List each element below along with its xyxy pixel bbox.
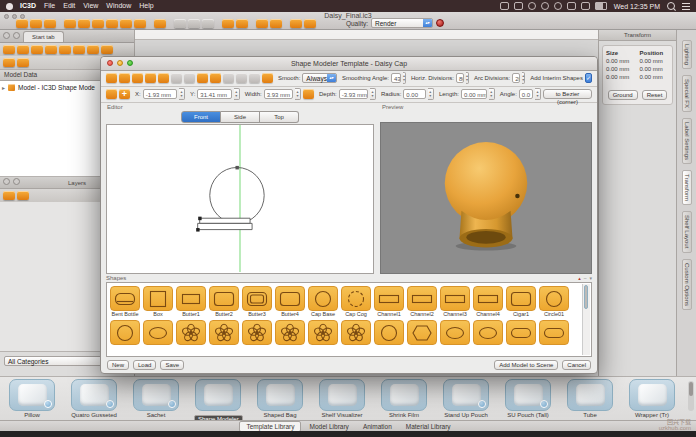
template-thumbnail[interactable]	[319, 379, 365, 411]
disclosure-triangle-icon[interactable]: ▸	[2, 84, 5, 91]
shape-tile-channel4[interactable]	[473, 286, 503, 311]
menu-file[interactable]: File	[44, 0, 55, 12]
tab-template-library[interactable]: Template Library	[239, 421, 301, 432]
angle-field-stepper[interactable]: ▴▾	[535, 88, 541, 100]
horiz-divisions-field[interactable]: 80	[456, 73, 464, 83]
width-field[interactable]: 3.93 mm	[264, 89, 293, 99]
quality-select[interactable]: Render▴▾	[371, 18, 433, 28]
info-badge-icon[interactable]	[106, 400, 114, 408]
info-badge-icon[interactable]	[44, 400, 52, 408]
tab-material-library[interactable]: Material Library	[400, 422, 457, 431]
side-tab-special-fx[interactable]: Special FX	[682, 75, 692, 112]
menu-ic3d[interactable]: IC3D	[20, 0, 36, 12]
add-model-to-scene-button[interactable]: Add Model to Scene	[494, 360, 558, 370]
favorite-icon[interactable]	[202, 19, 214, 28]
camera-icon[interactable]	[31, 45, 43, 54]
package-icon[interactable]	[528, 2, 536, 10]
render-icon[interactable]	[59, 45, 71, 54]
shape-tile[interactable]	[176, 320, 206, 345]
notification-center-icon[interactable]	[682, 3, 690, 10]
add-model-icon[interactable]	[3, 58, 15, 67]
material-icon[interactable]	[270, 19, 282, 28]
remove-layer-icon[interactable]	[17, 191, 29, 200]
start-tab[interactable]: Start tab	[23, 31, 64, 42]
keystroke-icon[interactable]	[500, 2, 509, 10]
tab-animation[interactable]: Animation	[357, 422, 398, 431]
interim-shapes-checkbox[interactable]: ✓	[585, 73, 592, 83]
side-tab-transform[interactable]: Transform	[682, 170, 692, 205]
dialog-close-icon[interactable]	[107, 60, 113, 66]
smoothing-angle-field[interactable]: 43.3	[391, 73, 401, 83]
shape-tile[interactable]	[143, 320, 173, 345]
apple-menu-icon[interactable]	[6, 3, 13, 10]
template-thumbnail[interactable]	[567, 379, 613, 411]
shelf-scrollbar[interactable]	[688, 381, 694, 411]
to-bezier-button[interactable]: to Bezier (corner)	[543, 89, 592, 99]
clock-icon[interactable]	[541, 2, 549, 10]
shape-tile[interactable]	[341, 320, 371, 345]
rotate-icon[interactable]	[134, 19, 146, 28]
shape-tile[interactable]	[407, 320, 437, 345]
shape-tile[interactable]	[440, 320, 470, 345]
shape-tile-butter2[interactable]	[209, 286, 239, 311]
wifi-icon[interactable]	[567, 2, 576, 10]
template-thumbnail[interactable]	[629, 379, 675, 411]
cube-icon[interactable]	[256, 19, 268, 28]
info-badge-icon[interactable]	[540, 400, 548, 408]
volume-icon[interactable]	[581, 2, 590, 10]
fill-shape-icon[interactable]	[197, 73, 208, 83]
duplicate-icon[interactable]	[17, 58, 29, 67]
zoom-icon[interactable]	[78, 19, 90, 28]
distribute-icon[interactable]	[188, 19, 200, 28]
node-edit-icon[interactable]	[145, 73, 156, 83]
length-field[interactable]: 0.00 mm	[461, 89, 487, 99]
shape-tile[interactable]	[209, 320, 239, 345]
depth-field[interactable]: -3.93 mm	[339, 89, 368, 99]
smooth-select[interactable]: Always▴▾	[302, 73, 337, 83]
bluetooth-icon[interactable]	[554, 2, 562, 10]
category-filter-select[interactable]: All Categories▴▾	[4, 356, 110, 366]
smooth-point-icon[interactable]	[262, 73, 273, 83]
template-thumbnail[interactable]	[9, 379, 55, 411]
point-icon[interactable]	[210, 73, 221, 83]
battery-icon[interactable]	[595, 2, 607, 10]
shape-tile[interactable]	[110, 320, 140, 345]
angle-field[interactable]: 0.0	[519, 89, 533, 99]
layout-icon[interactable]	[101, 45, 113, 54]
select-icon[interactable]	[106, 73, 117, 83]
display-icon[interactable]	[87, 45, 99, 54]
template-thumbnail[interactable]	[195, 379, 241, 411]
shape-tile[interactable]	[242, 320, 272, 345]
new-file-icon[interactable]	[16, 19, 28, 28]
pen-tool-icon[interactable]	[249, 73, 260, 83]
preview-3d-viewport[interactable]	[380, 122, 592, 273]
view-tab-top[interactable]: Top	[260, 111, 299, 123]
marquee-icon[interactable]	[158, 73, 169, 83]
arc-divisions-field[interactable]: 20	[512, 73, 520, 83]
radius-field[interactable]: 0.00	[403, 89, 426, 99]
import-icon[interactable]	[3, 45, 15, 54]
save-button[interactable]: Save	[160, 360, 184, 370]
y-field[interactable]: 31.41 mm	[197, 89, 231, 99]
depth-field-stepper[interactable]: ▴▾	[370, 88, 376, 100]
template-thumbnail[interactable]	[505, 379, 551, 411]
zoom-in-icon[interactable]	[132, 73, 143, 83]
smoothing-angle-field-stepper[interactable]: ▴▾	[403, 72, 406, 84]
shape-tile-channel2[interactable]	[407, 286, 437, 311]
crop-icon[interactable]	[120, 19, 132, 28]
shape-tile[interactable]	[539, 320, 569, 345]
shape-tile[interactable]	[308, 320, 338, 345]
shape-tile-cigar1[interactable]	[506, 286, 536, 311]
view-tab-side[interactable]: Side	[221, 111, 260, 123]
menubar-clock[interactable]: Wed 12:35 PM	[614, 3, 660, 10]
open-file-icon[interactable]	[30, 19, 42, 28]
panel-dot-icon[interactable]	[13, 32, 20, 39]
radius-field-stepper[interactable]: ▴▾	[428, 88, 434, 100]
arc-divisions-field-stepper[interactable]: ▴▾	[522, 72, 525, 84]
redo-icon[interactable]	[184, 73, 195, 83]
template-thumbnail[interactable]	[257, 379, 303, 411]
dialog-zoom-icon[interactable]	[127, 60, 133, 66]
panel-dot-icon[interactable]	[3, 32, 10, 39]
line-tool-icon[interactable]	[223, 73, 234, 83]
x-field-stepper[interactable]: ▴▾	[179, 88, 185, 100]
